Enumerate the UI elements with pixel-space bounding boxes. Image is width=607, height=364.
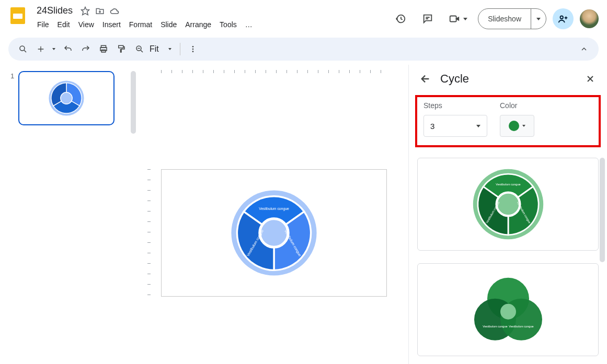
collapse-toolbar-button[interactable] [576,41,592,57]
color-label: Color [500,101,534,110]
chevron-down-icon [463,18,467,20]
menu-tools[interactable]: Tools [216,18,240,31]
move-icon[interactable] [95,6,105,16]
svg-rect-1 [13,14,22,19]
canvas-area: Vestibulum congue Vestibulum congue Vest… [136,65,408,364]
slideshow-label: Slideshow [488,15,521,23]
print-button[interactable] [95,41,112,57]
present-dropdown[interactable] [444,8,472,29]
comments-icon[interactable] [417,8,438,29]
chevron-down-icon [168,48,171,50]
new-slide-dropdown[interactable] [49,41,59,57]
diagram-panel: Cycle Steps 3 Color [408,65,607,364]
new-slide-button[interactable] [32,41,49,57]
slides-logo[interactable] [8,6,29,27]
template-list: Vestibulum congue Vestibulum congue Vest… [409,147,607,364]
star-icon[interactable] [80,6,90,16]
panel-scrollbar[interactable] [600,158,605,262]
search-tool[interactable] [15,41,31,57]
svg-point-14 [192,51,193,52]
menu-bar: File Edit View Insert Format Slide Arran… [33,18,390,31]
steps-select[interactable]: 3 [423,115,487,137]
undo-button[interactable] [60,41,76,57]
doc-title[interactable]: 24Slides [33,4,76,17]
more-tools-button[interactable] [185,41,201,57]
color-select[interactable] [500,115,534,137]
toolbar: Fit [8,38,599,61]
menu-edit[interactable]: Edit [54,18,74,31]
panel-close-button[interactable] [584,73,597,85]
panel-title: Cycle [440,72,576,86]
svg-point-16 [61,92,72,104]
menu-arrange[interactable]: Arrange [181,18,215,31]
panel-controls-highlighted: Steps 3 Color [415,95,601,147]
svg-point-23 [496,193,520,216]
slideshow-dropdown[interactable] [531,9,546,29]
svg-point-18 [260,219,288,247]
account-avatar[interactable] [580,9,599,28]
horizontal-ruler[interactable] [151,65,408,73]
panel-back-button[interactable] [419,73,432,85]
cloud-status-icon[interactable] [109,6,120,16]
separator [180,43,180,55]
filmstrip-scrollbar[interactable] [131,71,136,134]
chevron-down-icon [476,125,480,127]
template-cycle-ring[interactable]: Vestibulum congue Vestibulum congue Vest… [417,158,599,251]
color-swatch [509,121,519,131]
svg-text:Vestibulum congue: Vestibulum congue [496,183,520,186]
zoom-select[interactable]: Fit [131,44,176,54]
template-cycle-venn[interactable]: Vestibulum congue Vestibulum congue [417,263,599,356]
steps-value: 3 [430,122,434,131]
svg-marker-2 [82,7,89,15]
svg-point-12 [192,46,193,48]
app-header: 24Slides File Edit View Insert Format Sl… [0,0,607,38]
menu-view[interactable]: View [75,18,98,31]
main-area: 1 [0,65,607,364]
slideshow-button: Slideshow [478,8,546,29]
svg-text:Vestibulum congue: Vestibulum congue [509,325,533,328]
filmstrip: 1 [0,65,136,364]
paint-format-button[interactable] [113,41,130,57]
vertical-ruler[interactable] [142,169,151,305]
menu-overflow[interactable]: … [242,18,256,31]
svg-text:Vestibulum congue: Vestibulum congue [259,207,289,211]
slide-number: 1 [10,71,14,125]
svg-point-5 [560,16,564,19]
menu-file[interactable]: File [33,18,53,31]
cycle-diagram[interactable]: Vestibulum congue Vestibulum congue Vest… [230,189,318,277]
slideshow-main[interactable]: Slideshow [478,9,531,29]
zoom-value: Fit [150,44,159,54]
svg-text:Vestibulum congue: Vestibulum congue [483,325,507,328]
svg-point-6 [20,46,25,51]
slide-canvas[interactable]: Vestibulum congue Vestibulum congue Vest… [161,169,387,297]
chevron-down-icon [536,18,541,20]
share-button[interactable] [553,8,574,29]
svg-point-30 [500,304,516,320]
title-area: 24Slides File Edit View Insert Format Sl… [33,4,390,31]
chevron-down-icon [522,125,525,127]
history-icon[interactable] [390,8,411,29]
chevron-down-icon [52,48,55,50]
menu-format[interactable]: Format [125,18,156,31]
svg-rect-4 [450,16,456,22]
menu-insert[interactable]: Insert [99,18,124,31]
redo-button[interactable] [77,41,94,57]
svg-point-13 [192,49,193,50]
slide-thumbnail[interactable] [18,71,114,125]
svg-rect-10 [119,45,123,48]
steps-label: Steps [423,101,487,110]
menu-slide[interactable]: Slide [157,18,180,31]
